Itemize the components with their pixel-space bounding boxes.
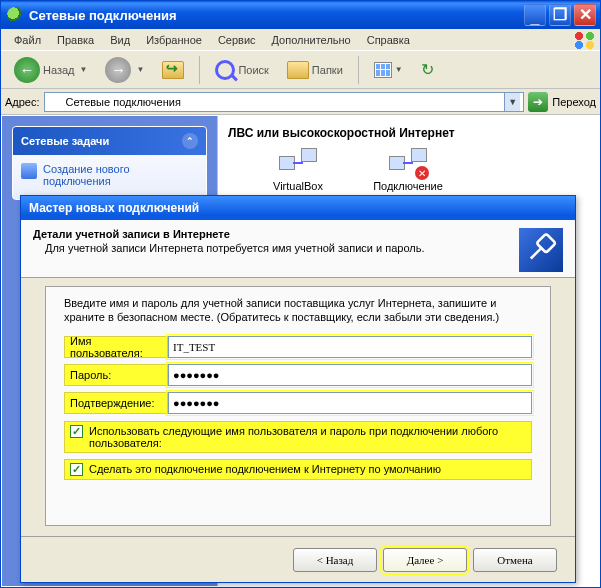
folders-label: Папки	[312, 64, 343, 76]
go-label: Переход	[552, 96, 596, 108]
row-password: Пароль:	[64, 363, 532, 387]
checkbox-default[interactable]: ✓	[70, 463, 83, 476]
address-dropdown-button[interactable]: ▼	[504, 93, 520, 111]
forward-arrow-icon: →	[105, 57, 131, 83]
go-button[interactable]: ➔	[528, 92, 548, 112]
network-connections-icon	[7, 7, 23, 23]
checkbox-anyuser[interactable]: ✓	[70, 425, 83, 438]
wizard-icon	[21, 163, 37, 179]
wizard-titlebar[interactable]: Мастер новых подключений	[21, 196, 575, 220]
back-arrow-icon: ←	[14, 57, 40, 83]
new-connection-wizard: Мастер новых подключений Детали учетной …	[20, 195, 576, 583]
windows-flag-icon	[574, 31, 596, 49]
back-button[interactable]: < Назад	[293, 548, 377, 572]
close-button[interactable]: ✕	[574, 4, 596, 26]
checkbox-row-default[interactable]: ✓ Сделать это подключение подключением к…	[64, 459, 532, 480]
network-icon	[48, 95, 62, 109]
back-label: Назад	[43, 64, 75, 76]
wizard-subheading: Для учетной записи Интернета потребуется…	[45, 242, 519, 254]
cancel-button[interactable]: Отмена	[473, 548, 557, 572]
task-item-label: Создание нового подключения	[43, 163, 198, 187]
input-confirm[interactable]	[168, 392, 532, 414]
address-field[interactable]: Сетевые подключения ▼	[44, 92, 525, 112]
maximize-button[interactable]: ❐	[549, 4, 571, 26]
search-icon	[215, 60, 235, 80]
chevron-down-icon: ▼	[80, 65, 88, 74]
task-box: Сетевые задачи ⌃ Создание нового подключ…	[12, 126, 207, 200]
separator	[199, 56, 200, 84]
wizard-body: Введите имя и пароль для учетной записи …	[45, 286, 551, 526]
titlebar[interactable]: Сетевые подключения _ ❐ ✕	[1, 1, 600, 29]
menu-advanced[interactable]: Дополнительно	[265, 31, 358, 49]
separator	[358, 56, 359, 84]
connection-label: VirtualBox	[273, 180, 323, 192]
connection-item-virtualbox[interactable]: VirtualBox	[258, 148, 338, 192]
checkbox-row-anyuser[interactable]: ✓ Использовать следующие имя пользовател…	[64, 421, 532, 453]
views-icon	[374, 62, 392, 78]
wizard-heading: Детали учетной записи в Интернете	[33, 228, 519, 240]
toolbar: ← Назад ▼ → ▼ Поиск Папки ▼ ↻	[1, 51, 600, 89]
chevron-down-icon: ▼	[136, 65, 144, 74]
task-header-label: Сетевые задачи	[21, 135, 109, 147]
search-label: Поиск	[238, 64, 268, 76]
addressbar: Адрес: Сетевые подключения ▼ ➔ Переход	[1, 89, 600, 115]
address-label: Адрес:	[5, 96, 40, 108]
menu-edit[interactable]: Правка	[50, 31, 101, 49]
minimize-button[interactable]: _	[524, 4, 546, 26]
checkbox-default-label: Сделать это подключение подключением к И…	[89, 463, 441, 475]
menu-help[interactable]: Справка	[360, 31, 417, 49]
folder-up-icon	[162, 61, 184, 79]
window-controls: _ ❐ ✕	[524, 4, 596, 26]
search-button[interactable]: Поиск	[208, 56, 275, 84]
task-header[interactable]: Сетевые задачи ⌃	[13, 127, 206, 155]
task-item-new-connection[interactable]: Создание нового подключения	[13, 155, 206, 199]
input-username[interactable]	[168, 336, 532, 358]
network-adapter-icon	[279, 148, 317, 178]
error-badge-icon: ✕	[415, 166, 429, 180]
wizard-footer: < Назад Далее > Отмена	[21, 536, 575, 582]
go-arrow-icon: ➔	[533, 95, 543, 109]
refresh-button[interactable]: ↻	[414, 56, 441, 83]
folder-icon	[287, 61, 309, 79]
views-button[interactable]: ▼	[367, 58, 410, 82]
menu-view[interactable]: Вид	[103, 31, 137, 49]
menubar: Файл Правка Вид Избранное Сервис Дополни…	[1, 29, 600, 51]
label-password: Пароль:	[64, 364, 168, 386]
connections-row: VirtualBox ✕ Подключение	[258, 148, 589, 192]
back-button[interactable]: ← Назад ▼	[7, 53, 94, 87]
forward-button[interactable]: → ▼	[98, 53, 151, 87]
address-value: Сетевые подключения	[66, 96, 181, 108]
wizard-header: Детали учетной записи в Интернете Для уч…	[21, 220, 575, 278]
wizard-title: Мастер новых подключений	[29, 201, 199, 215]
window-title: Сетевые подключения	[29, 8, 177, 23]
lan-section-header: ЛВС или высокоскоростной Интернет	[228, 126, 589, 140]
folders-button[interactable]: Папки	[280, 57, 350, 83]
refresh-icon: ↻	[421, 60, 434, 79]
label-confirm: Подтверждение:	[64, 392, 168, 414]
checkbox-anyuser-label: Использовать следующие имя пользователя …	[89, 425, 526, 449]
label-username: Имя пользователя:	[64, 336, 168, 358]
row-username: Имя пользователя:	[64, 335, 532, 359]
next-button[interactable]: Далее >	[383, 548, 467, 572]
menu-favorites[interactable]: Избранное	[139, 31, 209, 49]
connection-label: Подключение	[373, 180, 443, 192]
chevron-down-icon: ▼	[395, 65, 403, 74]
up-button[interactable]	[155, 57, 191, 83]
wizard-intro-text: Введите имя и пароль для учетной записи …	[64, 297, 532, 325]
menu-tools[interactable]: Сервис	[211, 31, 263, 49]
collapse-icon[interactable]: ⌃	[182, 133, 198, 149]
menu-file[interactable]: Файл	[7, 31, 48, 49]
connection-item-podkluchenie[interactable]: ✕ Подключение	[368, 148, 448, 192]
connector-icon	[519, 228, 563, 272]
input-password[interactable]	[168, 364, 532, 386]
row-confirm: Подтверждение:	[64, 391, 532, 415]
network-adapter-icon: ✕	[389, 148, 427, 178]
